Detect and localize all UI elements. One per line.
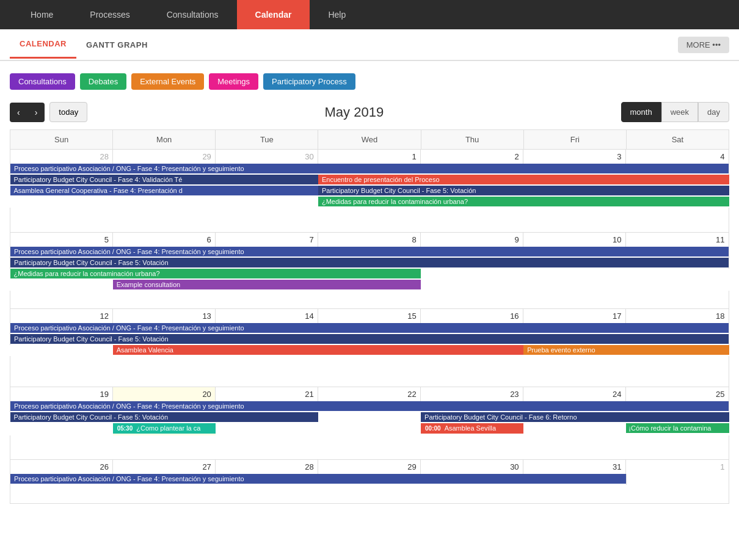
week-events-5a: Proceso participativo Asociación / ONG -… [10, 474, 729, 485]
week-spacer-3 [10, 356, 729, 387]
nav-processes[interactable]: Processes [71, 0, 148, 29]
calendar-grid: Sun Mon Tue Wed Thu Fri Sat 28 29 30 1 2… [10, 129, 729, 504]
col-wed: Wed [318, 130, 421, 150]
top-navigation: Home Processes Consultations Calendar He… [0, 0, 739, 29]
week-events-4a: Proceso participativo Asociación / ONG -… [10, 401, 729, 412]
day-15: 15 [318, 309, 420, 323]
week-events-1d: ¿Medidas para reducir la contaminación u… [10, 197, 729, 208]
nav-help[interactable]: Help [310, 0, 364, 29]
week-events-2b: Participatory Budget City Council - Fase… [10, 258, 729, 269]
time-label-0530: 05:30 [115, 424, 135, 432]
week-row-3: 12 13 14 15 16 17 18 [10, 309, 729, 324]
event-encuentro[interactable]: Encuentro de presentación del Proceso [318, 175, 729, 184]
tab-calendar[interactable]: CALENDAR [10, 31, 76, 59]
event-budget-w1[interactable]: Participatory Budget City Council - Fase… [10, 175, 318, 184]
event-medidas-w1[interactable]: ¿Medidas para reducir la contaminación u… [318, 197, 729, 206]
tab-gantt[interactable]: GANTT GRAPH [76, 32, 158, 58]
day-23: 23 [421, 387, 523, 401]
week-events-2a: Proceso participativo Asociación / ONG -… [10, 247, 729, 258]
next-button[interactable]: › [27, 103, 45, 122]
day-31: 31 [523, 460, 625, 474]
event-como-reducir[interactable]: ¡Cómo reducir la contamina [626, 423, 729, 433]
event-asamblea-valencia[interactable]: Asamblea Valencia [113, 345, 524, 355]
filter-participatory-process[interactable]: Participatory Process [263, 73, 355, 90]
week-spacer-1 [10, 208, 729, 232]
week-events-1a: Proceso participativo Asociación / ONG -… [10, 164, 729, 175]
col-thu: Thu [421, 130, 523, 150]
day-11: 11 [626, 233, 729, 247]
week-spacer-2 [10, 291, 729, 309]
day-28: 28 [10, 150, 112, 164]
day-2: 2 [421, 150, 523, 164]
week-spacer-5 [10, 485, 729, 503]
filter-bar: Consultations Debates External Events Me… [0, 61, 739, 97]
day-29: 29 [113, 150, 215, 164]
today-button[interactable]: today [49, 102, 87, 122]
event-budget-w3[interactable]: Participatory Budget City Council - Fase… [10, 334, 729, 344]
week-row-2: 5 6 7 8 9 10 11 [10, 232, 729, 247]
day-1: 1 [318, 150, 420, 164]
week-events-3c: Asamblea Valencia Prueba evento externo [10, 345, 729, 356]
event-proceso-w2[interactable]: Proceso participativo Asociación / ONG -… [10, 247, 729, 256]
week-events-1c: Asamblea General Cooperativa - Fase 4: P… [10, 186, 729, 197]
day-25: 25 [626, 387, 729, 401]
nav-home[interactable]: Home [12, 0, 71, 29]
day-27: 27 [113, 460, 215, 474]
day-7: 7 [216, 233, 318, 247]
event-proceso-w3[interactable]: Proceso participativo Asociación / ONG -… [10, 323, 729, 333]
week-events-3b: Participatory Budget City Council - Fase… [10, 334, 729, 345]
day-8: 8 [318, 233, 420, 247]
week-events-3a: Proceso participativo Asociación / ONG -… [10, 323, 729, 334]
week-events-4b: Participatory Budget City Council - Fase… [10, 412, 729, 423]
event-proceso-w5[interactable]: Proceso participativo Asociación / ONG -… [10, 474, 626, 484]
more-button[interactable]: MORE ••• [678, 37, 729, 53]
day-13: 13 [113, 309, 215, 323]
week-row-4: 19 20 21 22 23 24 25 [10, 387, 729, 401]
view-week[interactable]: week [661, 102, 698, 122]
event-asamblea-sevilla[interactable]: 00:00 Asamblea Sevilla [421, 423, 523, 434]
col-sat: Sat [626, 130, 729, 150]
nav-consultations[interactable]: Consultations [148, 0, 237, 29]
filter-meetings[interactable]: Meetings [209, 73, 258, 90]
event-budget-w4b[interactable]: Participatory Budget City Council - Fase… [421, 412, 729, 422]
week-events-2c: ¿Medidas para reducir la contaminación u… [10, 269, 729, 280]
col-sun: Sun [10, 130, 113, 150]
event-prueba-externo[interactable]: Prueba evento externo [523, 345, 729, 355]
filter-debates[interactable]: Debates [80, 73, 126, 90]
event-example-consultation[interactable]: Example consultation [113, 280, 421, 289]
filter-consultations[interactable]: Consultations [10, 73, 75, 90]
event-como-plantear[interactable]: 05:30 ¿Como plantear la ca [113, 423, 216, 434]
event-proceso-w4[interactable]: Proceso participativo Asociación / ONG -… [10, 401, 729, 411]
day-12: 12 [10, 309, 112, 323]
col-fri: Fri [523, 130, 626, 150]
event-budget-w2[interactable]: Participatory Budget City Council - Fase… [10, 258, 729, 267]
day-17: 17 [523, 309, 625, 323]
event-proceso-w1[interactable]: Proceso participativo Asociación / ONG -… [10, 164, 729, 173]
week-row-1: 28 29 30 1 2 3 4 [10, 150, 729, 164]
week-events-1b: Participatory Budget City Council - Fase… [10, 175, 729, 186]
day-26: 26 [10, 460, 112, 474]
day-6: 6 [113, 233, 215, 247]
prev-button[interactable]: ‹ [10, 103, 27, 122]
day-19: 19 [10, 387, 112, 401]
event-asamblea-coop[interactable]: Asamblea General Cooperativa - Fase 4: P… [10, 186, 318, 195]
filter-external-events[interactable]: External Events [131, 73, 204, 90]
col-mon: Mon [113, 130, 216, 150]
nav-calendar[interactable]: Calendar [237, 0, 310, 29]
col-tue: Tue [216, 130, 318, 150]
day-22: 22 [318, 387, 420, 401]
view-day[interactable]: day [698, 102, 729, 122]
event-sevilla-text: Asamblea Sevilla [445, 424, 496, 432]
event-budget-vote[interactable]: Participatory Budget City Council - Fase… [318, 186, 729, 195]
event-medidas-w2[interactable]: ¿Medidas para reducir la contaminación u… [10, 269, 421, 278]
week-row-5: 26 27 28 29 30 31 1 [10, 460, 729, 475]
week-events-2d: Example consultation [10, 280, 729, 291]
day-5: 5 [10, 233, 112, 247]
view-month[interactable]: month [621, 102, 661, 122]
day-24: 24 [523, 387, 625, 401]
week-events-4c: 05:30 ¿Como plantear la ca 00:00 Asamble… [10, 423, 729, 435]
day-3: 3 [523, 150, 625, 164]
event-budget-w4a[interactable]: Participatory Budget City Council - Fase… [10, 412, 318, 422]
day-4: 4 [626, 150, 729, 164]
week-spacer-4 [10, 435, 729, 460]
